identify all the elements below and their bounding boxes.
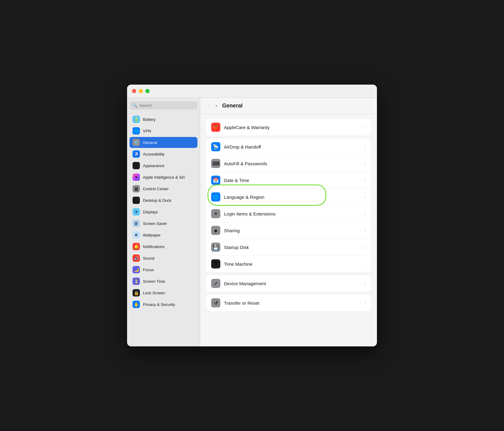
sidebar-item-appearance[interactable]: ◑Appearance	[130, 160, 197, 171]
settings-window: 🔍 🔋Battery🌐VPN⚙️General♿Accessibility◑Ap…	[127, 85, 377, 346]
sidebar-item-screensaver[interactable]: 🖥Screen Saver	[130, 218, 197, 229]
back-button[interactable]: ‹	[206, 102, 211, 110]
transfer-row-icon: ↺	[211, 298, 220, 307]
sidebar-item-vpn[interactable]: 🌐VPN	[130, 125, 197, 136]
sidebar-item-wallpaper[interactable]: ❄Wallpaper	[130, 230, 197, 240]
notifications-icon: 🔔	[133, 243, 140, 250]
page-title: General	[222, 103, 243, 109]
settings-row-login[interactable]: ≡Login Items & Extensions›	[206, 205, 371, 222]
lockscreen-icon: 🔒	[133, 289, 140, 296]
sidebar-item-accessibility[interactable]: ♿Accessibility	[130, 149, 197, 159]
sidebar-label-wallpaper: Wallpaper	[143, 233, 161, 237]
sidebar-item-notifications[interactable]: 🔔Notifications	[130, 241, 197, 252]
sidebar-label-privacy: Privacy & Security	[143, 302, 175, 307]
content-area: 🔍 🔋Battery🌐VPN⚙️General♿Accessibility◑Ap…	[127, 98, 377, 346]
device-row-icon: ✓	[211, 279, 220, 288]
settings-list: 🍎AppleCare & Warranty›📡AirDrop & Handoff…	[200, 114, 377, 346]
sidebar-item-displays[interactable]: ☀Displays	[130, 206, 197, 217]
sidebar-label-sound: Sound	[143, 256, 154, 261]
sidebar-item-lockscreen[interactable]: 🔒Lock Screen	[130, 287, 197, 298]
settings-row-airdrop[interactable]: 📡AirDrop & Handoff›	[206, 138, 371, 155]
displays-icon: ☀	[133, 208, 140, 216]
device-row-label: Device Management	[224, 281, 361, 286]
sidebar-item-sound[interactable]: 🔊Sound	[130, 253, 197, 264]
sidebar-item-privacy[interactable]: ✋Privacy & Security	[130, 299, 197, 310]
settings-group-group2: 📡AirDrop & Handoff›⌨AutoFill & Passwords…	[206, 138, 371, 272]
titlebar	[127, 85, 377, 98]
appearance-icon: ◑	[133, 162, 140, 169]
forward-button[interactable]: ›	[214, 102, 218, 110]
sidebar-label-battery: Battery	[143, 117, 155, 122]
language-chevron-icon: ›	[364, 194, 366, 199]
settings-row-language[interactable]: 🌐Language & Region›	[206, 189, 371, 205]
transfer-chevron-icon: ›	[364, 300, 366, 305]
vpn-icon: 🌐	[133, 127, 140, 135]
general-icon: ⚙️	[133, 139, 140, 146]
timemachine-row-label: Time Machine	[224, 261, 361, 267]
sidebar-label-appearance: Appearance	[143, 163, 164, 168]
language-row-label: Language & Region	[224, 194, 361, 200]
settings-row-timemachine[interactable]: ⏱Time Machine›	[206, 256, 371, 272]
sidebar-label-notifications: Notifications	[143, 244, 165, 249]
startup-row-icon: 💾	[211, 243, 220, 252]
applecare-row-label: AppleCare & Warranty	[224, 125, 361, 130]
settings-row-transfer[interactable]: ↺Transfer or Reset›	[206, 295, 371, 311]
startup-chevron-icon: ›	[364, 245, 366, 250]
sidebar-item-control[interactable]: ▦Control Center	[130, 183, 197, 194]
sidebar-item-focus[interactable]: 🌙Focus	[130, 264, 197, 275]
close-button[interactable]	[132, 89, 136, 93]
search-input[interactable]	[139, 103, 194, 108]
sidebar-label-desktop: Desktop & Dock	[143, 198, 171, 203]
settings-group-group1: 🍎AppleCare & Warranty›	[206, 119, 371, 135]
sidebar-item-general[interactable]: ⚙️General	[130, 137, 197, 148]
sidebar-label-accessibility: Accessibility	[143, 152, 165, 156]
sidebar-item-battery[interactable]: 🔋Battery	[130, 114, 197, 125]
search-icon: 🔍	[133, 103, 137, 108]
sidebar-label-lockscreen: Lock Screen	[143, 291, 165, 295]
sidebar-label-displays: Displays	[143, 210, 158, 214]
sidebar-label-screentime: Screen Time	[143, 279, 165, 284]
sidebar-label-general: General	[143, 140, 157, 145]
wallpaper-icon: ❄	[133, 231, 140, 239]
autofill-chevron-icon: ›	[364, 161, 366, 166]
sidebar-label-vpn: VPN	[143, 129, 151, 133]
sidebar: 🔍 🔋Battery🌐VPN⚙️General♿Accessibility◑Ap…	[127, 98, 200, 346]
autofill-row-icon: ⌨	[211, 159, 220, 168]
screentime-icon: ⏳	[133, 278, 140, 285]
siri-icon: ✦	[133, 173, 140, 181]
settings-row-sharing[interactable]: ◈Sharing›	[206, 222, 371, 239]
minimize-button[interactable]	[139, 89, 143, 93]
sharing-chevron-icon: ›	[364, 228, 366, 233]
autofill-row-label: AutoFill & Passwords	[224, 161, 361, 166]
settings-row-device[interactable]: ✓Device Management›	[206, 275, 371, 292]
applecare-row-icon: 🍎	[211, 123, 220, 132]
settings-row-datetime[interactable]: 📅Date & Time›	[206, 172, 371, 189]
sidebar-item-screentime[interactable]: ⏳Screen Time	[130, 276, 197, 287]
sidebar-label-screensaver: Screen Saver	[143, 221, 167, 226]
settings-row-applecare[interactable]: 🍎AppleCare & Warranty›	[206, 119, 371, 135]
settings-row-startup[interactable]: 💾Startup Disk›	[206, 239, 371, 256]
timemachine-chevron-icon: ›	[364, 261, 366, 266]
language-row-icon: 🌐	[211, 192, 220, 201]
airdrop-row-label: AirDrop & Handoff	[224, 144, 361, 149]
device-chevron-icon: ›	[364, 281, 366, 286]
sidebar-item-desktop[interactable]: ▣Desktop & Dock	[130, 195, 197, 206]
login-row-label: Login Items & Extensions	[224, 211, 361, 216]
settings-row-autofill[interactable]: ⌨AutoFill & Passwords›	[206, 155, 371, 172]
sidebar-label-control: Control Center	[143, 187, 169, 191]
datetime-row-label: Date & Time	[224, 178, 361, 183]
sound-icon: 🔊	[133, 254, 140, 262]
maximize-button[interactable]	[145, 89, 150, 93]
airdrop-row-icon: 📡	[211, 142, 220, 151]
login-row-icon: ≡	[211, 209, 220, 218]
sharing-row-label: Sharing	[224, 228, 361, 233]
search-bar[interactable]: 🔍	[130, 101, 197, 110]
sidebar-item-siri[interactable]: ✦Apple Intelligence & Siri	[130, 172, 197, 183]
sharing-row-icon: ◈	[211, 226, 220, 235]
main-header: ‹ › General	[200, 98, 377, 114]
sidebar-label-siri: Apple Intelligence & Siri	[143, 175, 185, 180]
settings-group-group3: ✓Device Management›	[206, 275, 371, 292]
startup-row-label: Startup Disk	[224, 245, 361, 250]
timemachine-row-icon: ⏱	[211, 259, 220, 268]
traffic-lights	[132, 89, 150, 93]
